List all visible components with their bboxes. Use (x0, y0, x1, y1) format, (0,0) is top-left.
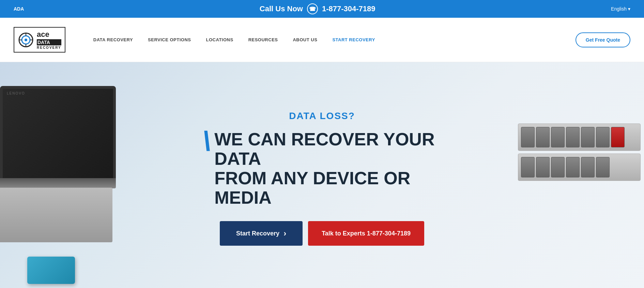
start-recovery-label: Start Recovery (236, 230, 279, 237)
chevron-down-icon: ▾ (628, 6, 630, 12)
server-slot (566, 127, 580, 147)
hero-headline: \ WE CAN RECOVER YOUR DATA FROM ANY DEVI… (203, 130, 441, 208)
hero-laptop-image (0, 83, 136, 288)
hero-buttons: Start Recovery › Talk to Experts 1-877-3… (203, 221, 441, 246)
headline-line2: FROM ANY DEVICE OR MEDIA (214, 168, 410, 207)
server-slot (566, 157, 580, 177)
nav-resources[interactable]: RESOURCES (241, 37, 286, 42)
navbar: ace DATA RECOVERY DATA RECOVERY SERVICE … (0, 18, 644, 62)
top-bar: ADA Call Us Now ☎ 1-877-304-7189 English… (0, 0, 644, 18)
talk-experts-button[interactable]: Talk to Experts 1-877-304-7189 (308, 221, 424, 246)
logo-icon (18, 32, 34, 48)
nav-data-recovery[interactable]: DATA RECOVERY (86, 37, 140, 42)
headline-line1: WE CAN RECOVER YOUR DATA (214, 129, 434, 169)
nav-start-recovery[interactable]: START RECOVERY (325, 37, 382, 42)
server-slot (551, 157, 565, 177)
nav-links: DATA RECOVERY SERVICE OPTIONS LOCATIONS … (86, 37, 576, 42)
arrow-right-icon: › (283, 229, 286, 238)
hero-content: DATA LOSS? \ WE CAN RECOVER YOUR DATA FR… (203, 111, 441, 246)
laptop-keyboard (0, 188, 112, 242)
nav-locations[interactable]: LOCATIONS (199, 37, 241, 42)
server-slot (551, 127, 565, 147)
start-recovery-button[interactable]: Start Recovery › (220, 221, 303, 246)
laptop-screen (0, 86, 116, 182)
logo-box: ace DATA RECOVERY (14, 27, 65, 53)
phone-icon: ☎ (307, 3, 318, 14)
call-label: Call Us Now (260, 4, 303, 13)
server-slot (521, 127, 535, 147)
server-slot (581, 127, 595, 147)
logo-ace: ace (37, 30, 61, 40)
headline-text: WE CAN RECOVER YOUR DATA FROM ANY DEVICE… (214, 130, 441, 208)
server-slot (521, 157, 535, 177)
nav-service-options[interactable]: SERVICE OPTIONS (140, 37, 198, 42)
language-selector[interactable]: English ▾ (611, 6, 630, 12)
external-hdd (27, 257, 75, 284)
ada-label: ADA (14, 6, 24, 12)
server-slot (536, 157, 550, 177)
svg-point-2 (25, 39, 27, 41)
hero-section: DATA LOSS? \ WE CAN RECOVER YOUR DATA FR… (0, 62, 644, 288)
server-unit-1 (518, 124, 641, 151)
laptop-base (0, 178, 116, 188)
server-slot-red (611, 127, 625, 147)
call-info: Call Us Now ☎ 1-877-304-7189 (260, 3, 375, 14)
server-slot (596, 127, 610, 147)
data-loss-label: DATA LOSS? (203, 111, 441, 121)
hero-server-image (518, 124, 644, 267)
logo[interactable]: ace DATA RECOVERY (14, 27, 65, 53)
logo-text: ace DATA RECOVERY (37, 30, 61, 50)
phone-number: 1-877-304-7189 (322, 4, 375, 13)
talk-experts-label: Talk to Experts 1-877-304-7189 (322, 230, 411, 237)
language-label: English (611, 6, 627, 12)
server-slot (596, 157, 610, 177)
logo-data: DATA (37, 39, 61, 45)
server-unit-2 (518, 154, 641, 181)
get-quote-button[interactable]: Get Free Quote (576, 32, 630, 47)
server-slot (536, 127, 550, 147)
nav-about-us[interactable]: ABOUT US (285, 37, 325, 42)
server-slot (581, 157, 595, 177)
logo-recovery: RECOVERY (37, 45, 61, 50)
chevron-icon: \ (203, 128, 210, 155)
